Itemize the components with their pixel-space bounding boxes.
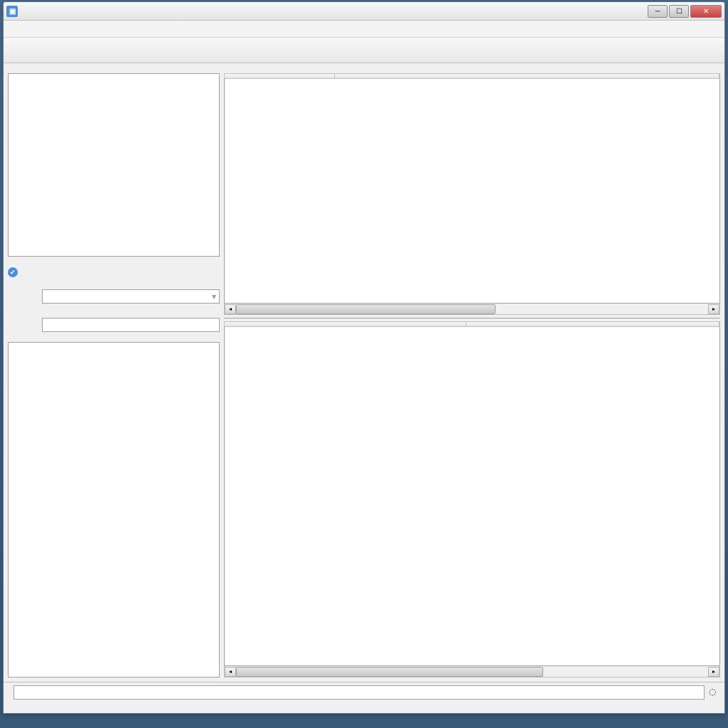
- ceroieed-listbox[interactable]: [8, 342, 220, 678]
- scroll-left-icon[interactable]: ◂: [225, 667, 236, 677]
- col-date-header[interactable]: [466, 322, 719, 326]
- col-codes-header[interactable]: [225, 74, 335, 78]
- aprodot-label: [8, 282, 220, 285]
- content-area: ✔ ▾: [4, 63, 724, 682]
- tab-strip: [224, 318, 720, 318]
- maximize-button[interactable]: ☐: [669, 5, 689, 18]
- left-pane: ✔ ▾: [8, 68, 220, 678]
- desc-nere-row: ✔: [8, 267, 220, 278]
- ceroieed-label: [8, 336, 220, 339]
- upper-grid-body[interactable]: [224, 79, 720, 304]
- adower-row: [8, 316, 220, 333]
- right-pane: ◂ ▸ ◂ ▸: [224, 68, 720, 678]
- app-window: ▣ ─ ☐ ✕ ✔: [3, 1, 725, 714]
- chevron-down-icon: ▾: [212, 291, 216, 301]
- status-right: ◌: [709, 685, 719, 697]
- hscroll-thumb[interactable]: [236, 667, 543, 677]
- statusbar: ◌: [4, 682, 724, 713]
- descuis-panel: ✔: [8, 265, 220, 279]
- col-name-header[interactable]: [225, 322, 466, 326]
- close-button[interactable]: ✕: [690, 5, 722, 18]
- scroll-right-icon[interactable]: ▸: [708, 304, 719, 314]
- hscroll-thumb[interactable]: [236, 304, 496, 314]
- lower-grid-header: [224, 321, 720, 327]
- titlebar: ▣ ─ ☐ ✕: [4, 2, 724, 21]
- info-icon: ✔: [8, 267, 18, 277]
- minimize-button[interactable]: ─: [648, 5, 668, 18]
- adower-input[interactable]: [42, 318, 220, 332]
- status-icon: ◌: [709, 687, 716, 697]
- scroll-left-icon[interactable]: ◂: [225, 304, 236, 314]
- upper-grid: ◂ ▸: [224, 73, 720, 315]
- window-controls: ─ ☐ ✕: [648, 5, 722, 18]
- fide-row: ▾: [8, 288, 220, 305]
- fide-select[interactable]: ▾: [42, 289, 220, 304]
- upper-grid-header: [224, 73, 720, 79]
- hscroll-track[interactable]: [236, 304, 708, 314]
- lower-grid-body[interactable]: [224, 327, 720, 666]
- designe-listbox[interactable]: [8, 73, 220, 257]
- descuis-label: [8, 259, 220, 262]
- upper-hscroll[interactable]: ◂ ▸: [224, 304, 720, 315]
- app-icon: ▣: [6, 6, 18, 17]
- col-corect-header[interactable]: [335, 74, 719, 78]
- onter-label: [224, 68, 720, 70]
- lower-hscroll[interactable]: ◂ ▸: [224, 666, 720, 678]
- info-grid: [8, 308, 220, 314]
- lower-grid: ◂ ▸: [224, 321, 720, 678]
- designe-label: [8, 68, 220, 70]
- toolbar: [4, 38, 724, 63]
- hscroll-track[interactable]: [236, 667, 708, 677]
- poblente-input[interactable]: [14, 685, 705, 700]
- menubar: [4, 21, 724, 38]
- scroll-right-icon[interactable]: ▸: [708, 667, 719, 677]
